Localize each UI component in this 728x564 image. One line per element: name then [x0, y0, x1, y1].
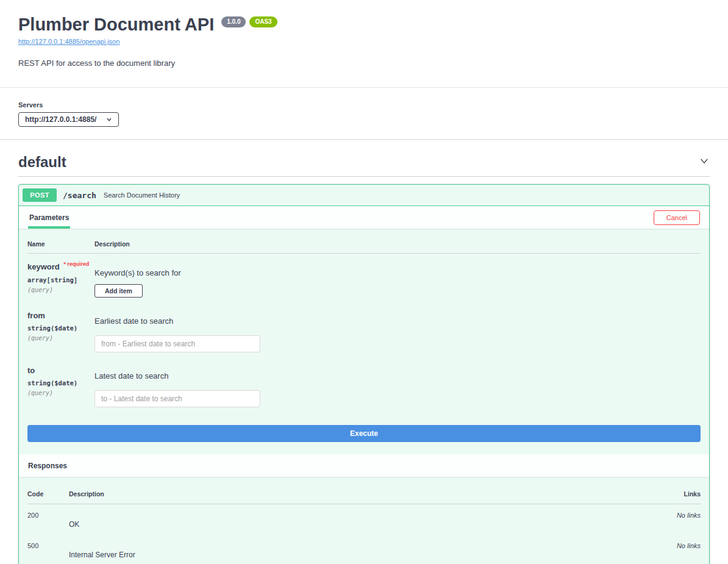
param-name-cell: to string($date) (query)	[27, 365, 95, 407]
servers-select[interactable]: http://127.0.0.1:4885/	[18, 112, 119, 127]
chevron-down-icon	[106, 116, 112, 123]
api-title-row: Plumber Document API 1.0.0 OAS3	[18, 15, 710, 35]
parameters-table-header: Name Description	[27, 229, 701, 254]
responses-table-header: Code Description Links	[27, 477, 701, 504]
responses-code-header: Code	[27, 490, 69, 498]
swagger-ui-page: Plumber Document API 1.0.0 OAS3 http://1…	[0, 0, 728, 564]
param-type: string($date)	[27, 324, 95, 332]
api-info-section: Plumber Document API 1.0.0 OAS3 http://1…	[0, 0, 728, 88]
responses-title: Responses	[28, 462, 67, 470]
version-badge: 1.0.0	[221, 16, 246, 27]
servers-select-value: http://127.0.0.1:4885/	[25, 115, 96, 124]
execute-button[interactable]: Execute	[27, 425, 701, 442]
api-description: REST API for access to the document libr…	[18, 59, 710, 68]
param-required-marker: * required	[63, 261, 89, 267]
servers-section: Servers http://127.0.0.1:4885/	[0, 88, 728, 139]
param-location: (query)	[27, 287, 95, 293]
response-links: No links	[646, 512, 701, 529]
responses-description-header: Description	[69, 490, 646, 498]
parameters-section-header: Parameters Cancel	[19, 206, 709, 229]
to-date-input[interactable]	[95, 390, 260, 407]
responses-section-header: Responses	[19, 454, 709, 477]
responses-table: Code Description Links 200 OK No links 5…	[19, 477, 709, 564]
oas3-badge: OAS3	[249, 16, 277, 27]
operation-summary[interactable]: POST /search Search Document History	[19, 185, 709, 206]
page-title: Plumber Document API	[18, 15, 214, 35]
param-description-cell: Keyword(s) to search for Add item	[95, 261, 701, 298]
responses-links-header: Links	[646, 490, 701, 498]
tag-section: default POST /search Search Document His…	[0, 139, 728, 564]
parameters-tab-label: Parameters	[29, 213, 69, 222]
operation-path: /search	[63, 191, 96, 200]
response-row-500: 500 Internal Server Error No links	[27, 535, 701, 564]
cancel-button[interactable]: Cancel	[654, 210, 700, 225]
response-description: OK	[69, 512, 646, 529]
param-type: array[string]	[27, 276, 95, 284]
param-description-cell: Latest date to search	[95, 365, 701, 407]
param-name-cell: keyword * required array[string] (query)	[27, 261, 95, 298]
param-description: Latest date to search	[95, 371, 701, 380]
add-item-button[interactable]: Add item	[95, 284, 143, 298]
param-row-to: to string($date) (query) Latest date to …	[27, 357, 701, 412]
operation-body: Parameters Cancel Name Description key	[19, 206, 709, 564]
param-name-header: Name	[27, 240, 95, 248]
openapi-spec-link[interactable]: http://127.0.0.1:4885/openapi.json	[18, 38, 120, 45]
execute-wrapper: Execute	[27, 412, 701, 454]
param-row-from: from string($date) (query) Earliest date…	[27, 302, 701, 357]
response-row-200: 200 OK No links	[27, 504, 701, 535]
tag-title: default	[18, 154, 66, 171]
response-description: Internal Server Error	[69, 542, 646, 559]
operation-summary-text: Search Document History	[104, 191, 180, 199]
response-code: 500	[27, 542, 69, 559]
param-description: Earliest date to search	[95, 316, 701, 326]
api-badges: 1.0.0 OAS3	[221, 16, 277, 27]
param-name: keyword	[27, 263, 60, 272]
param-location: (query)	[27, 390, 95, 396]
http-method-badge: POST	[23, 188, 57, 202]
param-description: Keyword(s) to search for	[95, 268, 701, 277]
parameters-table: Name Description keyword * required arra…	[19, 229, 709, 454]
param-row-keyword: keyword * required array[string] (query)…	[27, 254, 701, 302]
from-date-input[interactable]	[95, 335, 260, 352]
opblock-post-search: POST /search Search Document History Par…	[18, 184, 710, 564]
response-code: 200	[27, 512, 69, 529]
tab-parameters[interactable]: Parameters	[28, 206, 70, 229]
param-name: from	[27, 311, 45, 320]
param-name: to	[27, 366, 35, 375]
param-description-cell: Earliest date to search	[95, 310, 701, 352]
response-links: No links	[646, 542, 701, 559]
param-location: (query)	[27, 335, 95, 341]
param-name-cell: from string($date) (query)	[27, 310, 95, 352]
param-type: string($date)	[27, 379, 95, 387]
chevron-down-icon[interactable]	[699, 155, 710, 169]
tag-header-default[interactable]: default	[18, 154, 710, 177]
param-description-header: Description	[95, 240, 701, 248]
servers-label: Servers	[18, 101, 710, 109]
